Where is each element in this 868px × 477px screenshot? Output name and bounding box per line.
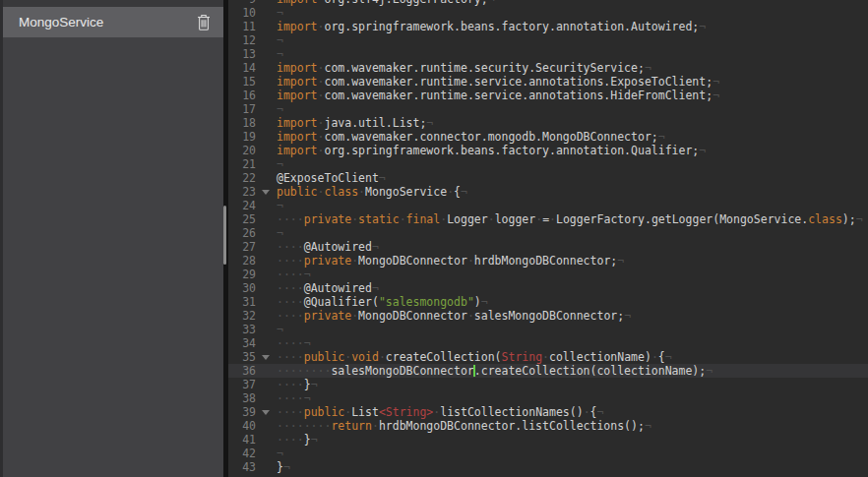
gutter-spacer — [256, 116, 277, 130]
code-line-27[interactable]: 27····@Autowired¬ — [228, 240, 868, 254]
line-number[interactable]: 17 — [228, 102, 256, 116]
sidebar-item-mongoservice[interactable]: MongoService — [3, 7, 223, 37]
code-line-20[interactable]: 20import·org.springframework.beans.facto… — [228, 144, 868, 157]
eol-marker: ¬ — [277, 226, 283, 240]
line-number[interactable]: 25 — [228, 212, 256, 226]
code-line-39[interactable]: 39····public·List<String>·listCollection… — [228, 405, 868, 419]
code-line-11[interactable]: 11import·org.springframework.beans.facto… — [228, 20, 868, 33]
line-number[interactable]: 40 — [228, 419, 256, 433]
code-line-28[interactable]: 28····private·MongoDBConnector·hrdbMongo… — [228, 254, 868, 268]
line-number[interactable]: 31 — [228, 295, 256, 309]
code-line-26[interactable]: 26¬ — [228, 226, 868, 240]
gutter-spacer — [256, 157, 277, 171]
code-text: ¬ — [277, 447, 283, 460]
line-number[interactable]: 13 — [228, 47, 256, 61]
line-number[interactable]: 23 — [228, 185, 256, 199]
code-line-43[interactable]: 43}¬ — [228, 460, 868, 474]
code-line-30[interactable]: 30····@Autowired¬ — [228, 281, 868, 295]
line-number[interactable]: 29 — [228, 268, 256, 281]
code-line-24[interactable]: 24¬ — [228, 199, 868, 212]
code-text: ········return·hrdbMongoDBConnector.list… — [277, 419, 651, 433]
line-number[interactable]: 11 — [228, 20, 256, 33]
code-line-16[interactable]: 16import·com.wavemaker.runtime.service.a… — [228, 89, 868, 102]
fold-arrow-icon[interactable] — [262, 190, 270, 195]
eol-marker: ¬ — [379, 171, 386, 185]
line-number[interactable]: 35 — [228, 350, 256, 364]
code-line-10[interactable]: 10¬ — [228, 6, 868, 20]
gutter-spacer — [256, 20, 277, 33]
line-number[interactable]: 38 — [228, 391, 256, 405]
line-number[interactable]: 41 — [228, 433, 256, 447]
code-line-31[interactable]: 31····@Qualifier("salesmongodb")¬ — [228, 295, 868, 309]
code-line-25[interactable]: 25····private·static·final·Logger·logger… — [228, 212, 868, 226]
code-text: ····¬ — [277, 336, 311, 350]
code-line-37[interactable]: 37····}¬ — [228, 378, 868, 391]
code-line-35[interactable]: 35····public·void·createCollection(Strin… — [228, 350, 868, 364]
line-number[interactable]: 10 — [228, 6, 256, 20]
code-line-18[interactable]: 18import·java.util.List;¬ — [228, 116, 868, 130]
code-line-17[interactable]: 17¬ — [228, 102, 868, 116]
code-line-19[interactable]: 19import·com.wavemaker.connector.mongodb… — [228, 130, 868, 144]
code-line-22[interactable]: 22@ExposeToClient¬ — [228, 171, 868, 185]
fold-gutter[interactable] — [256, 405, 277, 419]
line-number[interactable]: 21 — [228, 157, 256, 171]
line-number[interactable]: 14 — [228, 61, 256, 75]
line-number[interactable]: 22 — [228, 171, 256, 185]
code-line-15[interactable]: 15import·com.wavemaker.runtime.service.a… — [228, 75, 868, 89]
eol-marker: ¬ — [645, 61, 651, 75]
code-editor[interactable]: 9import·org.slf4j.LoggerFactory;¬10¬11im… — [228, 0, 868, 477]
fold-arrow-icon[interactable] — [262, 355, 270, 360]
line-number[interactable]: 19 — [228, 130, 256, 144]
code-line-12[interactable]: 12¬ — [228, 33, 868, 47]
code-line-36[interactable]: 36········salesMongoDBConnector.createCo… — [228, 364, 868, 378]
scrollbar-thumb[interactable] — [223, 206, 226, 265]
line-number[interactable]: 43 — [228, 460, 256, 474]
code-line-29[interactable]: 29····¬ — [228, 268, 868, 281]
line-number[interactable]: 27 — [228, 240, 256, 254]
line-number[interactable]: 26 — [228, 226, 256, 240]
eol-marker: ¬ — [658, 130, 665, 144]
line-number[interactable]: 42 — [228, 447, 256, 460]
gutter-spacer — [256, 144, 277, 157]
line-number[interactable]: 30 — [228, 281, 256, 295]
gutter-spacer — [256, 240, 277, 254]
line-number[interactable]: 39 — [228, 405, 256, 419]
code-line-38[interactable]: 38····¬ — [228, 391, 868, 405]
line-number[interactable]: 34 — [228, 336, 256, 350]
line-number[interactable]: 18 — [228, 116, 256, 130]
gutter-spacer — [256, 391, 277, 405]
line-number[interactable]: 24 — [228, 199, 256, 212]
line-number[interactable]: 28 — [228, 254, 256, 268]
line-number[interactable]: 16 — [228, 89, 256, 102]
line-number[interactable]: 33 — [228, 323, 256, 336]
code-line-23[interactable]: 23public·class·MongoService·{¬ — [228, 185, 868, 199]
line-number[interactable]: 15 — [228, 75, 256, 89]
fold-gutter[interactable] — [256, 185, 277, 199]
code-line-42[interactable]: 42¬ — [228, 447, 868, 460]
code-text: ····public·void·createCollection(String·… — [277, 350, 672, 364]
code-line-40[interactable]: 40········return·hrdbMongoDBConnector.li… — [228, 419, 868, 433]
code-text: ¬ — [277, 226, 283, 240]
eol-marker: ¬ — [624, 309, 631, 323]
line-number[interactable]: 12 — [228, 33, 256, 47]
delete-service-button[interactable] — [197, 14, 211, 31]
code-text: ¬ — [277, 102, 283, 116]
code-line-14[interactable]: 14import·com.wavemaker.runtime.security.… — [228, 61, 868, 75]
code-line-32[interactable]: 32····private·MongoDBConnector·salesMong… — [228, 309, 868, 323]
gutter-spacer — [256, 226, 277, 240]
eol-marker: ¬ — [277, 102, 283, 116]
code-line-41[interactable]: 41····}¬ — [228, 433, 868, 447]
line-number[interactable]: 32 — [228, 309, 256, 323]
code-line-13[interactable]: 13¬ — [228, 47, 868, 61]
code-line-21[interactable]: 21¬ — [228, 157, 868, 171]
fold-arrow-icon[interactable] — [262, 410, 270, 415]
fold-gutter[interactable] — [256, 350, 277, 364]
line-number[interactable]: 36 — [228, 364, 256, 378]
line-number[interactable]: 37 — [228, 378, 256, 391]
code-line-33[interactable]: 33¬ — [228, 323, 868, 336]
code-text: ····private·static·final·Logger·logger·=… — [277, 212, 863, 226]
code-line-34[interactable]: 34····¬ — [228, 336, 868, 350]
code-text: ····@Autowired¬ — [277, 240, 379, 254]
line-number[interactable]: 20 — [228, 144, 256, 157]
gutter-spacer — [256, 33, 277, 47]
